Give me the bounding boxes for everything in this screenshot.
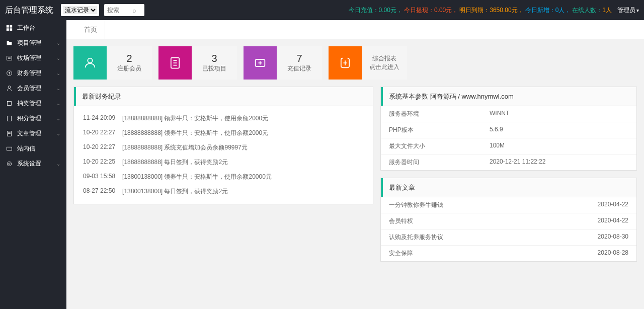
chevron-down-icon: ⌄ xyxy=(56,161,60,167)
sidebar-item-label: 会员管理 xyxy=(17,84,56,93)
members-icon xyxy=(73,46,107,80)
sidebar-item-project[interactable]: 项目管理 ⌄ xyxy=(0,35,66,50)
sidebar-item-points[interactable]: 积分管理 ⌄ xyxy=(0,111,66,126)
chevron-down-icon: ▾ xyxy=(636,8,639,13)
lottery-icon xyxy=(6,100,14,107)
finance-record: 10-20 22:25[18888888888] 每日签到，获得奖励2元 xyxy=(74,155,373,170)
points-icon xyxy=(6,115,14,122)
sysinfo-row: PHP板本5.6.9 xyxy=(381,122,636,138)
main-content: 首页 2注册会员 3已投项目 7充值记录 综合报表点击此进入 xyxy=(66,20,644,309)
sysinfo-row: 最大文件大小100M xyxy=(381,138,636,154)
stat-cards: 2注册会员 3已投项目 7充值记录 综合报表点击此进入 xyxy=(66,39,644,87)
sidebar-item-label: 系统设置 xyxy=(17,160,56,168)
svg-rect-6 xyxy=(7,101,11,105)
dashboard-icon xyxy=(6,25,14,31)
projects-icon xyxy=(158,46,192,80)
finance-record: 11-24 20:09[18888888888] 领养牛只：安格斯牛，使用余额2… xyxy=(74,111,373,126)
folder-icon xyxy=(6,40,14,46)
article-row[interactable]: 认购及托养服务协议2020-08-30 xyxy=(381,229,636,246)
sidebar-item-label: 站内信 xyxy=(17,144,60,153)
svg-rect-2 xyxy=(7,28,9,31)
card-recharge[interactable]: 7充值记录 xyxy=(244,46,322,80)
sidebar-item-label: 积分管理 xyxy=(17,114,56,123)
panel-title: 最新财务纪录 xyxy=(74,87,373,106)
admin-dropdown[interactable]: 管理员▾ xyxy=(617,6,639,15)
search-input[interactable] xyxy=(107,7,132,14)
chevron-down-icon: ⌄ xyxy=(56,116,60,121)
sidebar: 工作台 项目管理 ⌄ 牧场管理 ⌄ 财务管理 ⌄ 会员管理 ⌄ 抽奖管理 ⌄ xyxy=(0,20,66,309)
chevron-down-icon: ⌄ xyxy=(56,101,60,106)
article-row[interactable]: 会员特权2020-04-22 xyxy=(381,213,636,229)
finance-panel: 最新财务纪录 11-24 20:09[18888888888] 领养牛只：安格斯… xyxy=(73,87,373,204)
chevron-down-icon: ⌄ xyxy=(56,70,60,76)
article-row[interactable]: 一分钟教你养牛赚钱2020-04-22 xyxy=(381,197,636,213)
sidebar-item-lottery[interactable]: 抽奖管理 ⌄ xyxy=(0,96,66,111)
svg-rect-0 xyxy=(7,25,9,27)
sysinfo-row: 服务器环境WINNT xyxy=(381,106,636,122)
tabs: 首页 xyxy=(66,20,644,39)
header-stats: 今日充值：0.00元， 今日提现：0.00元， 明日到期：3650.00元， 今… xyxy=(349,6,639,15)
sidebar-item-settings[interactable]: 系统设置 ⌄ xyxy=(0,156,66,171)
sidebar-item-label: 文章管理 xyxy=(17,129,56,138)
gear-icon xyxy=(6,161,14,167)
svg-point-5 xyxy=(8,86,11,88)
search-icon[interactable]: ⌕ xyxy=(132,7,136,14)
sidebar-item-articles[interactable]: 文章管理 ⌄ xyxy=(0,126,66,141)
sidebar-item-label: 财务管理 xyxy=(17,69,56,78)
sidebar-item-label: 抽奖管理 xyxy=(17,99,56,108)
search-box[interactable]: ⌕ xyxy=(104,4,144,16)
sidebar-item-dashboard[interactable]: 工作台 xyxy=(0,20,66,35)
chevron-down-icon: ⌄ xyxy=(56,131,60,136)
chevron-down-icon: ⌄ xyxy=(56,86,60,91)
sidebar-item-label: 项目管理 xyxy=(17,39,56,47)
members-icon xyxy=(6,85,14,92)
sidebar-item-label: 牧场管理 xyxy=(17,54,56,62)
header: 后台管理系统 流水记录 ⌕ 今日充值：0.00元， 今日提现：0.00元， 明日… xyxy=(0,0,644,20)
svg-point-11 xyxy=(7,162,11,166)
svg-rect-1 xyxy=(10,25,12,27)
ranch-icon xyxy=(6,55,14,61)
record-type-select[interactable]: 流水记录 xyxy=(61,4,99,16)
articles-icon xyxy=(6,130,14,137)
sidebar-item-ranch[interactable]: 牧场管理 ⌄ xyxy=(0,50,66,65)
finance-record: 09-03 15:58[13800138000] 领养牛只：安格斯牛，使用余额2… xyxy=(74,170,373,184)
svg-rect-3 xyxy=(10,28,12,31)
sidebar-item-finance[interactable]: 财务管理 ⌄ xyxy=(0,65,66,81)
finance-icon xyxy=(6,70,14,76)
svg-rect-7 xyxy=(7,116,11,121)
report-icon xyxy=(329,46,362,80)
svg-point-12 xyxy=(88,58,92,63)
article-row[interactable]: 安全保障2020-08-28 xyxy=(381,246,636,261)
finance-record: 08-27 22:50[13800138000] 每日签到，获得奖励2元 xyxy=(74,184,373,199)
chevron-down-icon: ⌄ xyxy=(56,55,60,61)
logo: 后台管理系统 xyxy=(5,5,53,16)
sysinfo-row: 服务器时间2020-12-21 11:22:22 xyxy=(381,154,636,170)
panel-title: 系统基本参数 阿奇源码 / www.hnymwl.com xyxy=(381,87,636,106)
chevron-down-icon: ⌄ xyxy=(56,40,60,46)
sidebar-item-messages[interactable]: 站内信 xyxy=(0,141,66,156)
card-projects[interactable]: 3已投项目 xyxy=(158,46,237,80)
panel-title: 最新文章 xyxy=(381,178,636,197)
messages-icon xyxy=(6,145,14,152)
finance-record: 10-20 22:27[18888888888] 领养牛只：安格斯牛，使用余额2… xyxy=(74,126,373,140)
card-report[interactable]: 综合报表点击此进入 xyxy=(329,46,407,80)
sidebar-item-members[interactable]: 会员管理 ⌄ xyxy=(0,81,66,96)
svg-rect-9 xyxy=(7,147,12,150)
sidebar-item-label: 工作台 xyxy=(17,24,60,32)
sysinfo-panel: 系统基本参数 阿奇源码 / www.hnymwl.com 服务器环境WINNTP… xyxy=(380,87,637,171)
card-members[interactable]: 2注册会员 xyxy=(73,46,152,80)
recharge-icon xyxy=(244,46,277,80)
finance-record: 10-20 22:27[18888888888] 系统充值增加会员余额99997… xyxy=(74,140,373,155)
tab-home[interactable]: 首页 xyxy=(76,20,105,39)
svg-point-10 xyxy=(9,163,10,164)
articles-panel: 最新文章 一分钟教你养牛赚钱2020-04-22会员特权2020-04-22认购… xyxy=(380,178,637,262)
